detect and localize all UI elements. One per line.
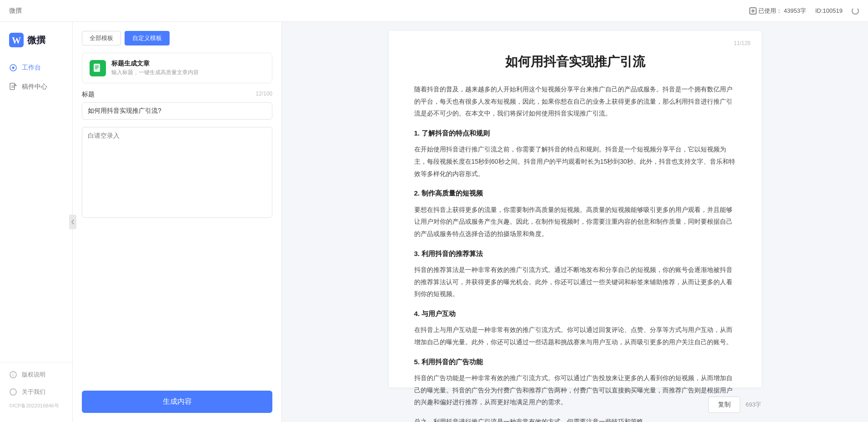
tab-custom-templates[interactable]: 自定义模板: [125, 31, 170, 45]
article-section-body: 在抖音上与用户互动是一种非常有效的推广引流方式。你可以通过回复评论、点赞、分享等…: [414, 324, 736, 348]
generate-button[interactable]: 生成内容: [82, 391, 272, 413]
article-pagination: 11/128: [734, 40, 751, 46]
sidebar-label-drafts: 稿件中心: [22, 83, 47, 91]
sidebar-item-about[interactable]: 关于我们: [0, 383, 72, 401]
template-name: 标题生成文章: [111, 60, 199, 68]
title-char-count: 12/100: [256, 90, 272, 99]
copyright-label: 版权说明: [22, 371, 45, 379]
article-paragraph: 随着抖音的普及，越来越多的人开始利用这个短视频分享平台来推广自己的产品或服务。抖…: [414, 83, 736, 120]
usage-info: 已使用： 43953字: [749, 7, 806, 15]
template-doc-icon: [90, 60, 106, 76]
article-section-body: 抖音的广告功能是一种非常有效的推广引流方式。你可以通过广告投放来让更多的人看到你…: [414, 372, 736, 408]
article-paragraph: 总之，利用抖音进行推广引流是一种非常有效的方式，但需要注意一些技巧和策略...: [414, 416, 736, 422]
template-desc: 输入标题，一键生成高质量文章内容: [111, 69, 199, 76]
icp-text: ©ICP备2022016846号: [0, 401, 72, 411]
article-section-body: 要想在抖音上获得更多的流量，你需要制作高质量的短视频。高质量的短视频能够吸引更多…: [414, 204, 736, 240]
tab-all-templates[interactable]: 全部模板: [82, 31, 121, 45]
article-section-title: 1. 了解抖音的特点和规则: [414, 127, 736, 140]
template-card[interactable]: 标题生成文章 输入标题，一键生成高质量文章内容: [82, 53, 272, 83]
article-section-title: 3. 利用抖音的推荐算法: [414, 247, 736, 261]
svg-text:i: i: [13, 372, 14, 377]
usage-label: 已使用：: [758, 7, 782, 15]
template-tabs: 全部模板 自定义模板: [82, 31, 272, 45]
sidebar-item-copyright[interactable]: i 版权说明: [0, 366, 72, 383]
sidebar-label-workbench: 工作台: [22, 64, 41, 72]
about-label: 关于我们: [22, 388, 45, 396]
sidebar-collapse-btn[interactable]: [69, 215, 76, 229]
topbar-right: 已使用： 43953字 ID:100519: [749, 7, 859, 15]
article-title: 如何用抖音实现推广引流: [414, 53, 736, 70]
logo-text: 微撰: [27, 34, 45, 46]
content-textarea[interactable]: [82, 127, 272, 218]
right-panel[interactable]: 11/128 如何用抖音实现推广引流 随着抖音的普及，越来越多的人开始利用这个短…: [282, 22, 868, 422]
sidebar-bottom: i 版权说明 关于我们 ©ICP备2022016846号: [0, 362, 72, 415]
article-section-title: 4. 与用户互动: [414, 307, 736, 321]
left-panel: 全部模板 自定义模板 标题生成文章 输入标题，一键生成高质量文章内容 标题: [73, 22, 282, 422]
sidebar-nav: 工作台 稿件中心: [0, 58, 72, 362]
file-icon: [9, 83, 17, 91]
sidebar-logo: W 微撰: [0, 29, 72, 58]
article-section-body: 在开始使用抖音进行推广引流之前，你需要了解抖音的特点和规则。抖音是一个短视频分享…: [414, 143, 736, 180]
content-field-group: [82, 127, 272, 219]
article-section-body: 抖音的推荐算法是一种非常有效的推广引流方式。通过不断地发布和分享自己的短视频，你…: [414, 264, 736, 300]
article-section-title: 2. 制作高质量的短视频: [414, 187, 736, 200]
title-label: 标题 12/100: [82, 90, 272, 99]
word-count: 693字: [746, 401, 762, 409]
article-body: 随着抖音的普及，越来越多的人开始利用这个短视频分享平台来推广自己的产品或服务。抖…: [414, 83, 736, 422]
info-icon: i: [9, 371, 17, 379]
user-id: ID:100519: [815, 7, 843, 14]
svg-point-6: [12, 67, 15, 69]
circle-icon: [9, 388, 17, 396]
usage-icon: [749, 7, 757, 15]
logo-icon: W: [9, 33, 24, 47]
svg-text:W: W: [12, 35, 21, 45]
article-section-title: 5. 利用抖音的广告功能: [414, 356, 736, 369]
main-layout: W 微撰 工作台: [0, 22, 868, 422]
title-input[interactable]: [82, 102, 272, 120]
topbar-title: 微撰: [9, 7, 22, 15]
grid-icon: [9, 64, 17, 72]
topbar: 微撰 已使用： 43953字 ID:100519: [0, 0, 868, 22]
sidebar-item-workbench[interactable]: 工作台: [0, 58, 72, 77]
svg-point-12: [10, 389, 16, 395]
power-button[interactable]: [852, 7, 859, 15]
sidebar-item-drafts[interactable]: 稿件中心: [0, 77, 72, 96]
sidebar: W 微撰 工作台: [0, 22, 73, 422]
template-info: 标题生成文章 输入标题，一键生成高质量文章内容: [111, 60, 199, 76]
article-container: 11/128 如何用抖音实现推广引流 随着抖音的普及，越来越多的人开始利用这个短…: [389, 31, 762, 387]
svg-rect-13: [94, 64, 100, 72]
title-field-group: 标题 12/100: [82, 90, 272, 120]
usage-value: 43953字: [784, 7, 806, 15]
svg-rect-7: [10, 83, 15, 90]
